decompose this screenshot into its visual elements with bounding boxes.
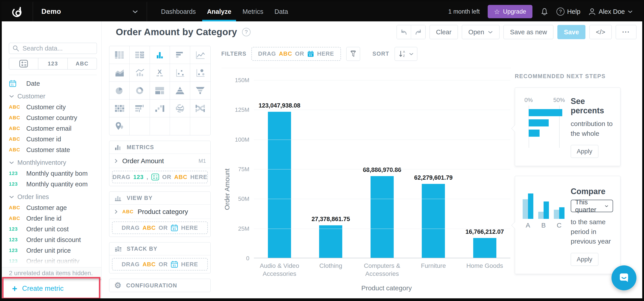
viz-type-pie-chart[interactable] <box>109 82 130 100</box>
data-item-row[interactable]: ABCCustomer age <box>9 202 101 213</box>
clear-button[interactable]: Clear <box>430 25 458 39</box>
data-item-row[interactable]: 31Date <box>9 78 101 89</box>
data-item-row[interactable]: 123Monthly quantity bom <box>9 168 101 179</box>
data-group-row[interactable]: Customer <box>9 90 101 102</box>
embed-code-button[interactable]: </> <box>590 25 612 39</box>
data-item-row[interactable]: 123Order unit cost <box>9 224 101 234</box>
mini-bar <box>529 109 562 116</box>
bar-1[interactable] <box>268 112 291 258</box>
apply-compare-button[interactable]: Apply <box>571 253 598 266</box>
fact-badge: 123 <box>9 248 23 253</box>
viz-type-headline[interactable]: X <box>150 64 170 82</box>
configuration-header[interactable]: ⚙ CONFIGURATION <box>109 279 210 292</box>
redo-button[interactable] <box>411 25 425 39</box>
undo-button[interactable] <box>397 25 411 39</box>
sort-button[interactable]: A Z <box>394 47 417 61</box>
viz-type-empty <box>170 117 190 135</box>
fact-badge: 123 <box>9 181 23 187</box>
data-item-row[interactable]: 123Order unit price <box>9 245 101 256</box>
search-box[interactable] <box>9 43 97 54</box>
metric-item-order-amount[interactable]: Order Amount M1 <box>109 154 210 168</box>
nav-analyze[interactable]: Analyze <box>201 2 237 21</box>
period-select[interactable]: This quarter <box>571 200 613 212</box>
viz-type-scatter-plot[interactable] <box>170 64 190 82</box>
viz-type-sankey-chart[interactable] <box>190 100 210 117</box>
data-item-label: Customer id <box>26 136 61 143</box>
data-item-row[interactable]: ABCCustomer id <box>9 134 101 144</box>
bar-2[interactable] <box>319 225 342 258</box>
filters-label: FILTERS <box>221 50 246 57</box>
bar-3[interactable] <box>370 176 394 258</box>
filter-attributes-tab[interactable]: ABC <box>68 58 97 69</box>
fact-badge: 123 <box>9 258 23 264</box>
data-item-row[interactable]: 123Order unit quantity <box>9 256 101 266</box>
bar-data-label: 123,047,938.08 <box>258 102 300 109</box>
viz-type-table[interactable] <box>109 46 130 64</box>
viz-type-heatmap[interactable] <box>109 100 130 117</box>
search-input[interactable] <box>22 44 94 52</box>
viz-type-dependency-wheel[interactable] <box>170 100 190 117</box>
mini-category-label: A <box>523 222 533 229</box>
attribute-badge: ABC <box>9 205 23 210</box>
viz-type-geo-pushpin[interactable] <box>109 117 130 135</box>
open-button[interactable]: Open <box>462 25 500 39</box>
nav-metrics[interactable]: Metrics <box>237 2 269 21</box>
help-menu[interactable]: ? Help <box>556 8 580 16</box>
viz-type-treemap[interactable] <box>150 82 170 100</box>
attribute-badge: ABC <box>9 115 23 121</box>
bar-5[interactable] <box>473 238 496 258</box>
filter-facts-tab[interactable]: 123 <box>38 58 68 69</box>
data-item-row[interactable]: ABCCustomer state <box>9 144 101 155</box>
data-group-row[interactable]: Monthlyinventory <box>9 157 101 168</box>
data-group-row[interactable]: Order lines <box>9 191 101 202</box>
title-help-icon[interactable]: ? <box>242 28 250 36</box>
apply-see-percents-button[interactable]: Apply <box>571 145 598 158</box>
nav-dashboards[interactable]: Dashboards <box>156 2 201 21</box>
bar-slot: 62,279,601.79 <box>408 80 459 258</box>
viz-type-repeater[interactable] <box>130 46 150 64</box>
data-item-row[interactable]: ABCCustomer country <box>9 112 101 123</box>
data-item-row[interactable]: ABCCustomer city <box>9 102 101 112</box>
viz-type-donut-chart[interactable] <box>130 82 150 100</box>
data-item-row[interactable]: ABCCustomer email <box>9 123 101 134</box>
viz-type-column-chart[interactable] <box>150 46 170 64</box>
metrics-drop-zone[interactable]: DRAG 123 , <box>112 171 208 183</box>
viz-type-bar-chart[interactable] <box>170 46 190 64</box>
bar-4[interactable] <box>422 184 445 258</box>
save-button[interactable]: Save <box>558 25 586 39</box>
view-by-drop-zone[interactable]: DRAG ABC OR 31 HERE <box>112 222 208 234</box>
viz-type-line-chart[interactable] <box>190 46 210 64</box>
viz-type-empty <box>150 117 170 135</box>
save-as-new-button[interactable]: Save as new <box>504 25 553 39</box>
viz-type-bubble-chart[interactable] <box>190 64 210 82</box>
stack-by-drop-zone[interactable]: DRAG ABC OR 31 HERE <box>112 258 208 270</box>
recommendations-panel: RECOMMENDED NEXT STEPS 0%50% See percent… <box>514 43 644 298</box>
chat-launcher[interactable] <box>612 266 636 290</box>
data-item-row[interactable]: ABCOrder line id <box>9 213 101 224</box>
account-menu[interactable]: Alex Doe <box>588 8 633 15</box>
viz-type-waterfall-chart[interactable] <box>150 100 170 117</box>
viz-type-bullet-chart[interactable] <box>130 100 150 117</box>
viz-type-pyramid-chart[interactable] <box>170 82 190 100</box>
mini-contribution-chart: 0%50% <box>523 96 565 148</box>
data-item-row[interactable]: 123Monthly quantity eom <box>9 179 101 190</box>
calculator-icon <box>19 60 28 68</box>
attribute-badge: ABC <box>9 104 23 110</box>
workspace-name: Demo <box>42 8 61 16</box>
workspace-selector[interactable]: Demo <box>33 2 147 21</box>
viz-type-area-chart[interactable] <box>109 64 130 82</box>
view-by-item-product-category[interactable]: ABC Product category <box>109 204 210 219</box>
gooddata-logo[interactable] <box>2 2 33 21</box>
filter-metrics-tab[interactable] <box>9 58 38 69</box>
chevron-down-icon <box>604 204 608 208</box>
more-options-button[interactable]: ··· <box>616 25 636 39</box>
notifications-bell-icon[interactable] <box>540 7 548 16</box>
filters-drop-zone[interactable]: DRAG ABC OR 31 HERE <box>252 47 341 61</box>
nav-data[interactable]: Data <box>269 2 294 21</box>
upgrade-button[interactable]: ☆ Upgrade <box>488 5 532 18</box>
create-metric-button[interactable]: + Create metric <box>2 279 101 298</box>
filter-funnel-button[interactable] <box>346 47 360 61</box>
viz-type-funnel-chart[interactable] <box>190 82 210 100</box>
viz-type-combo-chart[interactable] <box>130 64 150 82</box>
data-item-row[interactable]: 123Order unit discount <box>9 234 101 245</box>
